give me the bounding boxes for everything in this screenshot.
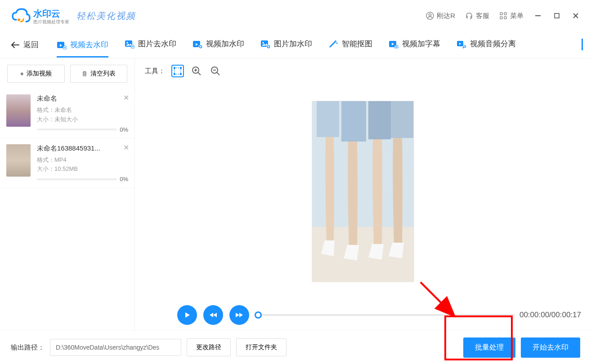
nav-label: 智能抠图	[342, 39, 372, 49]
svg-rect-38	[180, 67, 182, 69]
timeline-handle[interactable]	[255, 311, 262, 319]
file-size: 大小：未知大小	[37, 115, 128, 124]
toolbar-label: 工具：	[145, 67, 165, 75]
image-remove-icon	[125, 40, 134, 49]
logo-text: 水印云	[33, 9, 60, 18]
svg-rect-50	[317, 101, 339, 137]
tab-video-audio-separate[interactable]: 视频音频分离	[457, 39, 516, 51]
tab-video-remove-watermark[interactable]: 视频去水印	[57, 40, 108, 58]
video-audio-icon	[457, 40, 466, 49]
header-left: 水印云 图片视频处理专家 轻松美化视频	[11, 8, 136, 24]
video-preview[interactable]	[312, 101, 414, 282]
file-thumbnail	[6, 144, 31, 177]
video-subtitle-icon	[389, 40, 398, 49]
file-progress: 0%	[37, 176, 128, 182]
svg-marker-56	[213, 313, 217, 317]
start-remove-watermark-button[interactable]: 开始去水印	[521, 337, 580, 358]
logo-icon	[11, 8, 31, 23]
svg-rect-3	[500, 13, 502, 15]
tab-image-remove-watermark[interactable]: 图片去水印	[125, 39, 176, 51]
main-area: + 添加视频 清空列表 未命名 格式：未命名 大小：未知大小 0%	[0, 58, 591, 330]
image-add-icon	[260, 40, 270, 49]
video-add-icon	[193, 40, 202, 49]
minimize-button[interactable]	[533, 11, 542, 20]
file-item[interactable]: 未命名 格式：未命名 大小：未知大小 0% ✕	[0, 89, 134, 139]
svg-marker-58	[239, 313, 243, 317]
maximize-button[interactable]	[552, 11, 561, 20]
support-label: 客服	[476, 12, 489, 20]
zoom-out-button[interactable]	[209, 65, 222, 77]
svg-rect-40	[180, 73, 182, 75]
tab-smart-cutout[interactable]: 智能抠图	[328, 39, 372, 51]
clear-label: 清空列表	[90, 70, 116, 78]
svg-rect-52	[368, 101, 391, 139]
footer: 输出路径： 更改路径 打开文件夹 批量处理 开始去水印	[0, 330, 591, 364]
batch-process-button[interactable]: 批量处理	[463, 337, 515, 358]
menu-button[interactable]: 菜单	[499, 12, 524, 20]
file-info: 未命名1638845931... 格式：MP4 大小：10.52MB 0%	[37, 144, 128, 183]
svg-line-46	[217, 72, 219, 75]
user-icon	[426, 12, 434, 20]
progress-bar	[37, 129, 117, 130]
add-label: 添加视频	[27, 70, 52, 78]
user-label: 刚达R	[437, 12, 455, 20]
open-folder-button[interactable]: 打开文件夹	[236, 338, 287, 356]
timeline-slider[interactable]	[258, 314, 515, 316]
logo-subtitle: 图片视频处理专家	[33, 20, 69, 24]
nav-bar: 返回 视频去水印 图片去水印 视频加水印 图片加水印 智能抠图 视频加字幕 视频…	[0, 31, 591, 58]
svg-rect-53	[391, 101, 413, 138]
logo[interactable]: 水印云 图片视频处理专家	[11, 8, 69, 24]
file-format: 格式：未命名	[37, 106, 128, 115]
svg-rect-5	[500, 17, 502, 19]
workspace: 工具：	[135, 58, 591, 330]
nav-label: 视频音频分离	[470, 39, 516, 49]
preview-area[interactable]	[135, 84, 591, 299]
file-name: 未命名1638845931...	[37, 144, 128, 153]
back-button[interactable]: 返回	[11, 40, 39, 50]
zoom-in-button[interactable]	[190, 65, 203, 77]
svg-rect-31	[394, 45, 398, 48]
file-item[interactable]: 未命名1638845931... 格式：MP4 大小：10.52MB 0% ✕	[0, 139, 134, 189]
remove-file-button[interactable]: ✕	[123, 93, 129, 102]
trash-icon	[81, 71, 88, 77]
nav-more-indicator[interactable]	[582, 39, 583, 50]
menu-label: 菜单	[510, 12, 524, 20]
file-name: 未命名	[37, 94, 128, 103]
rewind-button[interactable]	[203, 305, 223, 325]
toolbar: 工具：	[135, 58, 591, 84]
svg-line-42	[198, 72, 201, 75]
output-path-input[interactable]	[50, 339, 181, 356]
svg-rect-4	[504, 13, 506, 15]
svg-rect-8	[555, 13, 559, 18]
svg-rect-37	[174, 67, 175, 69]
nav-label: 视频加水印	[206, 39, 244, 49]
timeline-wrap: 00:00:00/00:00:17	[255, 311, 581, 320]
add-video-button[interactable]: + 添加视频	[7, 65, 65, 83]
tagline: 轻松美化视频	[76, 10, 136, 22]
change-path-button[interactable]: 更改路径	[187, 338, 231, 356]
tab-video-subtitle[interactable]: 视频加字幕	[389, 39, 440, 51]
svg-rect-6	[504, 17, 506, 19]
fast-forward-button[interactable]	[229, 305, 249, 325]
svg-marker-57	[236, 313, 239, 317]
svg-point-0	[18, 18, 20, 21]
svg-rect-39	[174, 73, 175, 75]
tab-image-add-watermark[interactable]: 图片加水印	[260, 39, 312, 51]
file-list: 未命名 格式：未命名 大小：未知大小 0% ✕ 未命名1638845931...…	[0, 89, 134, 330]
tab-video-add-watermark[interactable]: 视频加水印	[193, 39, 244, 51]
selection-tool-button[interactable]	[171, 65, 184, 77]
output-path-label: 输出路径：	[11, 343, 45, 352]
svg-rect-51	[341, 101, 366, 142]
file-info: 未命名 格式：未命名 大小：未知大小 0%	[37, 94, 128, 133]
nav-label: 视频去水印	[70, 40, 108, 50]
nav-label: 图片去水印	[138, 39, 176, 49]
clear-list-button[interactable]: 清空列表	[70, 65, 128, 83]
remove-file-button[interactable]: ✕	[123, 143, 129, 152]
support-button[interactable]: 客服	[465, 12, 489, 20]
headset-icon	[465, 12, 473, 20]
close-button[interactable]	[571, 11, 580, 20]
progress-percent: 0%	[120, 126, 128, 133]
time-display: 00:00:00/00:00:17	[519, 311, 581, 320]
play-button[interactable]	[177, 305, 197, 325]
user-button[interactable]: 刚达R	[426, 12, 455, 20]
